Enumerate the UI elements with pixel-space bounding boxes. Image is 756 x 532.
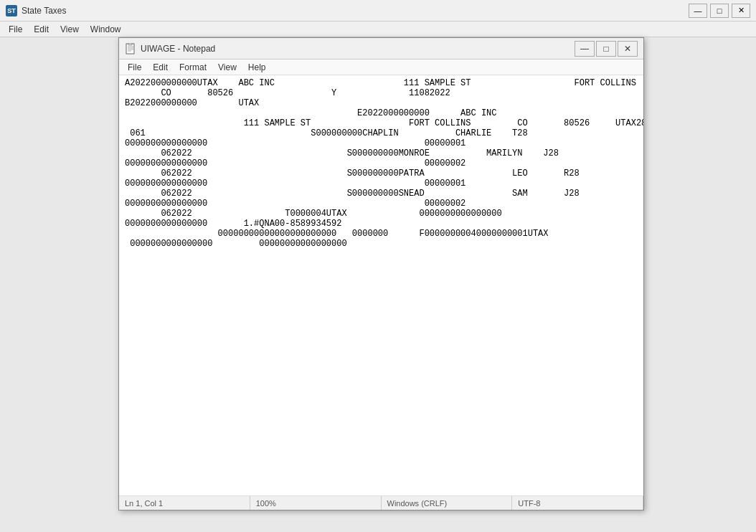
- statusbar-line-endings: Windows (CRLF): [382, 496, 513, 510]
- outer-menu-view[interactable]: View: [55, 23, 85, 36]
- statusbar-position: Ln 1, Col 1: [119, 496, 250, 510]
- outer-menu-window[interactable]: Window: [85, 23, 127, 36]
- notepad-menu-file[interactable]: File: [122, 61, 147, 74]
- notepad-menu-format[interactable]: Format: [174, 61, 212, 74]
- notepad-close-button[interactable]: ✕: [618, 41, 638, 57]
- outer-maximize-button[interactable]: □: [710, 4, 729, 18]
- notepad-menu-help[interactable]: Help: [242, 61, 272, 74]
- notepad-titlebar-controls: — □ ✕: [575, 41, 638, 57]
- notepad-menu-edit[interactable]: Edit: [147, 61, 174, 74]
- notepad-menu-view[interactable]: View: [212, 61, 242, 74]
- notepad-window: UIWAGE - Notepad — □ ✕ File Edit Format …: [118, 37, 644, 510]
- svg-rect-1: [128, 43, 132, 45]
- outer-menubar: File Edit View Window: [0, 22, 756, 37]
- notepad-content[interactable]: A2022000000000UTAX ABC INC 111 SAMPLE ST…: [119, 75, 643, 495]
- notepad-minimize-button[interactable]: —: [575, 41, 595, 57]
- outer-titlebar-controls: — □ ✕: [689, 4, 750, 18]
- notepad-titlebar: UIWAGE - Notepad — □ ✕: [119, 38, 643, 60]
- notepad-maximize-button[interactable]: □: [596, 41, 616, 57]
- statusbar-encoding: UTF-8: [512, 496, 643, 510]
- notepad-title: UIWAGE - Notepad: [141, 44, 570, 54]
- notepad-menubar: File Edit Format View Help: [119, 60, 643, 75]
- outer-menu-edit[interactable]: Edit: [28, 23, 55, 36]
- notepad-statusbar: Ln 1, Col 1 100% Windows (CRLF) UTF-8: [119, 495, 643, 510]
- state-taxes-icon: ST: [6, 5, 17, 16]
- outer-titlebar: ST State Taxes — □ ✕: [0, 0, 756, 22]
- outer-app-title: State Taxes: [22, 6, 684, 16]
- outer-menu-file[interactable]: File: [3, 23, 28, 36]
- statusbar-zoom: 100%: [250, 496, 382, 510]
- notepad-icon: [125, 43, 136, 54]
- outer-app: ST State Taxes — □ ✕ File Edit View Wind…: [0, 0, 756, 532]
- outer-close-button[interactable]: ✕: [732, 4, 750, 18]
- outer-minimize-button[interactable]: —: [689, 4, 707, 18]
